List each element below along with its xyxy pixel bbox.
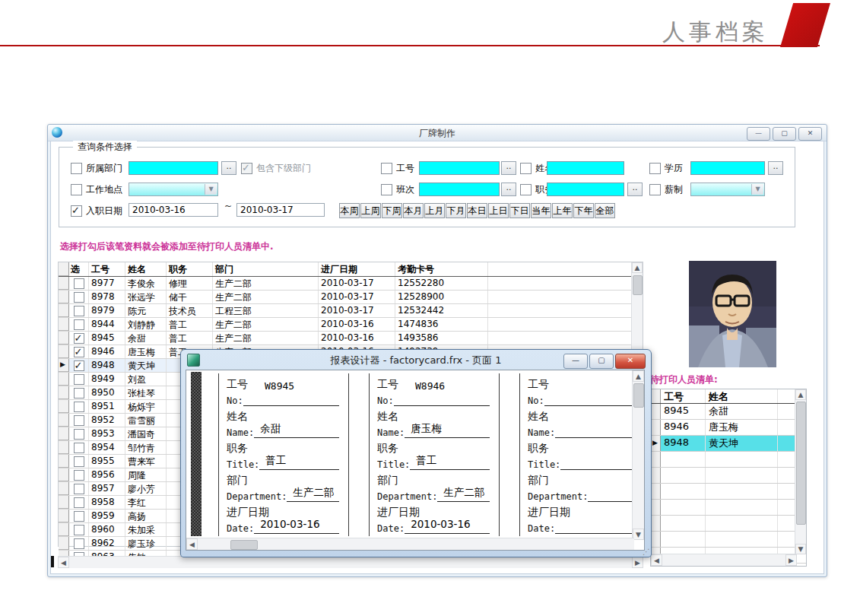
position-checkbox[interactable] — [520, 184, 532, 195]
col-select[interactable]: 选 — [69, 262, 89, 276]
workplace-checkbox[interactable] — [71, 184, 82, 195]
row-select-cell[interactable] — [69, 359, 89, 372]
print-list-row[interactable] — [651, 532, 806, 548]
shift-input[interactable] — [419, 183, 500, 196]
print-list-row[interactable]: ▶8948黄天坤 — [651, 436, 806, 452]
row-select-cell[interactable] — [69, 441, 89, 454]
row-checkbox[interactable] — [74, 333, 84, 344]
row-select-cell[interactable] — [69, 427, 89, 440]
row-select-cell[interactable] — [69, 291, 89, 303]
row-checkbox[interactable] — [74, 306, 84, 316]
row-gutter[interactable] — [651, 532, 661, 547]
splitter-handle[interactable] — [51, 556, 54, 567]
row-gutter[interactable] — [59, 373, 69, 386]
row-select-cell[interactable] — [69, 277, 89, 290]
hire-date-from-input[interactable] — [129, 203, 218, 217]
print-list-row[interactable] — [651, 468, 806, 484]
date-preset-button[interactable]: 全部 — [595, 203, 615, 218]
row-select-cell[interactable] — [69, 414, 89, 427]
row-gutter[interactable] — [59, 304, 69, 317]
print-list-hscrollbar[interactable]: ◀ ▶ — [651, 554, 797, 566]
row-gutter[interactable] — [59, 496, 69, 509]
row-checkbox[interactable] — [74, 278, 84, 289]
include-sub-dept-checkbox[interactable] — [241, 163, 252, 174]
row-select-cell[interactable] — [69, 373, 89, 386]
scroll-down-icon[interactable]: ▼ — [633, 529, 644, 540]
dept-input[interactable] — [129, 161, 218, 175]
dept-picker-button[interactable]: .. — [221, 161, 236, 175]
minimize-button[interactable]: — — [747, 127, 770, 141]
position-input[interactable] — [547, 183, 624, 196]
dept-checkbox[interactable] — [71, 163, 82, 174]
row-gutter[interactable] — [59, 345, 69, 358]
name-checkbox[interactable] — [520, 163, 532, 174]
row-select-cell[interactable] — [69, 345, 89, 358]
hire-date-to-input[interactable] — [236, 203, 325, 217]
date-preset-button[interactable]: 下月 — [446, 203, 466, 218]
print-list-row[interactable]: 8945余甜 — [651, 404, 806, 420]
print-col-name[interactable]: 姓名 — [706, 389, 778, 403]
row-gutter[interactable] — [59, 291, 69, 303]
emp-id-checkbox[interactable] — [381, 163, 392, 174]
row-checkbox[interactable] — [74, 360, 84, 371]
name-input[interactable] — [547, 161, 624, 175]
hscroll-thumb[interactable] — [230, 540, 258, 550]
row-select-cell[interactable] — [69, 482, 89, 495]
col-card-no[interactable]: 考勤卡号 — [395, 262, 488, 276]
workplace-combobox[interactable]: ▼ — [129, 183, 218, 196]
scroll-up-icon[interactable]: ▲ — [632, 262, 643, 273]
position-picker-button[interactable]: .. — [627, 183, 643, 196]
table-row[interactable]: 8978张远学储干生产二部2010-03-1712528900 — [59, 291, 643, 304]
col-dept[interactable]: 部门 — [213, 262, 319, 276]
row-select-cell[interactable] — [69, 332, 89, 345]
date-preset-button[interactable]: 上年 — [552, 203, 573, 218]
date-preset-button[interactable]: 当年 — [531, 203, 551, 218]
row-gutter[interactable] — [59, 523, 69, 536]
row-gutter[interactable] — [59, 537, 69, 550]
date-preset-button[interactable]: 上周 — [360, 203, 381, 218]
window-titlebar[interactable]: 厂牌制作 — ▢ ✕ — [48, 125, 827, 141]
row-gutter[interactable] — [59, 400, 69, 413]
row-checkbox[interactable] — [74, 511, 84, 522]
col-hire-date[interactable]: 进厂日期 — [319, 262, 395, 276]
shift-picker-button[interactable]: .. — [501, 183, 516, 196]
shift-checkbox[interactable] — [381, 184, 392, 195]
date-preset-button[interactable]: 本日 — [467, 203, 487, 218]
date-preset-button[interactable]: 上日 — [488, 203, 509, 218]
table-row[interactable]: 8944刘静静普工生产二部2010-03-161474836 — [59, 318, 643, 332]
row-checkbox[interactable] — [74, 415, 84, 426]
row-checkbox[interactable] — [74, 347, 84, 357]
print-list-row[interactable] — [651, 500, 806, 516]
print-list-vscrollbar[interactable]: ▲ ▼ — [795, 389, 806, 554]
scroll-right-icon[interactable]: ▶ — [632, 557, 643, 568]
date-preset-button[interactable]: 下日 — [509, 203, 530, 218]
row-select-cell[interactable] — [69, 537, 89, 550]
print-list-row[interactable]: 8946唐玉梅 — [651, 420, 806, 436]
row-checkbox[interactable] — [74, 292, 84, 303]
chevron-down-icon[interactable]: ▼ — [205, 184, 217, 195]
scroll-right-icon[interactable]: ▶ — [785, 554, 797, 566]
emp-id-picker-button[interactable]: .. — [501, 161, 516, 175]
vscroll-thumb[interactable] — [633, 275, 643, 295]
row-gutter[interactable] — [651, 452, 661, 467]
education-picker-button[interactable]: .. — [768, 161, 783, 175]
row-gutter[interactable] — [651, 468, 661, 483]
row-gutter[interactable] — [651, 484, 661, 499]
row-checkbox[interactable] — [74, 525, 84, 535]
row-checkbox[interactable] — [74, 497, 84, 508]
row-gutter[interactable] — [59, 455, 69, 468]
scroll-up-icon[interactable]: ▲ — [795, 389, 806, 400]
row-select-cell[interactable] — [69, 304, 89, 317]
row-gutter[interactable] — [59, 441, 69, 454]
row-select-cell[interactable] — [69, 496, 89, 509]
row-checkbox[interactable] — [74, 538, 84, 549]
row-gutter[interactable] — [59, 510, 69, 522]
col-title[interactable]: 职务 — [167, 262, 213, 276]
scroll-down-icon[interactable]: ▼ — [795, 544, 806, 554]
row-gutter[interactable] — [59, 468, 69, 481]
row-select-cell[interactable] — [69, 400, 89, 413]
row-checkbox[interactable] — [74, 429, 84, 440]
table-row[interactable]: 8979陈元技术员工程三部2010-03-1712532442 — [59, 304, 643, 318]
row-gutter[interactable] — [59, 427, 69, 440]
row-checkbox[interactable] — [74, 319, 84, 330]
